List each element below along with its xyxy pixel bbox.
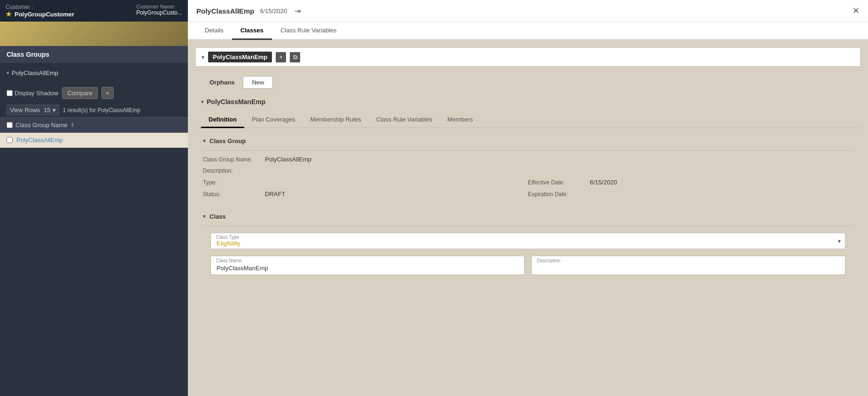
class-description-wrapper: Description	[531, 256, 845, 275]
orphans-label: Orphans	[209, 79, 234, 86]
status-col: Status: DRAFT	[203, 190, 528, 198]
status-value: DRAFT	[265, 190, 285, 198]
class-name-wrapper: Class Name	[210, 256, 525, 275]
class-group-name-value: PolyClassAllEmp	[265, 156, 311, 163]
class-form-area: Class Type Eligibility ▾ Class Name Desc…	[203, 229, 853, 279]
sidebar-table-header: Class Group Name ⇕	[0, 118, 188, 133]
class-type-select[interactable]: Eligibility	[210, 233, 845, 249]
sub-tab-membership-rules[interactable]: Membership Rules	[302, 112, 368, 128]
class-name-description-row: Class Name Description	[210, 256, 845, 275]
panel-tabs: Details Classes Class Rule Variables	[188, 22, 868, 40]
class-name-input[interactable]	[210, 256, 525, 275]
tab-classes[interactable]: Classes	[232, 22, 272, 40]
sidebar-table: Class Group Name ⇕ PolyClassAllEmp	[0, 117, 188, 396]
tree-item-chevron-icon: ▾	[7, 70, 9, 76]
results-text: 1 result(s) for PolyClassAllEmp	[63, 107, 140, 114]
sub-class-row: ▾ PolyClassManEmp	[195, 94, 860, 109]
display-shadow-checkbox[interactable]	[7, 90, 13, 96]
orphans-row: Orphans New	[195, 72, 860, 92]
class-group-name-label: Class Group Name:	[203, 156, 259, 163]
class-group-section: ▾ Class Group Class Group Name: PolyClas…	[195, 134, 860, 206]
sidebar-banner	[0, 22, 188, 46]
description-row: Description:	[203, 165, 853, 176]
navigate-icon[interactable]: ⇥	[294, 7, 301, 15]
sidebar-class-groups-title: Class Groups	[0, 46, 188, 63]
table-row-checkbox[interactable]	[7, 137, 13, 143]
sidebar-customer-info: Customer : ★ PolyGroupCustomer	[6, 4, 74, 18]
add-button[interactable]: +	[101, 87, 114, 99]
table-row: PolyClassAllEmp	[0, 133, 188, 148]
expiration-date-label: Expiration Date:	[528, 191, 584, 198]
sidebar-controls: Display Shadow Compare +	[0, 83, 188, 103]
expiration-date-col: Expiration Date:	[528, 191, 853, 198]
class-group-section-header[interactable]: ▾ Class Group	[203, 134, 853, 147]
sub-class-name: PolyClassManEmp	[207, 98, 265, 106]
view-rows-select[interactable]: View Rows 15 ▾	[7, 105, 59, 115]
effective-date-label: Effective Date:	[528, 179, 584, 186]
table-row-link[interactable]: PolyClassAllEmp	[16, 137, 63, 144]
new-button[interactable]: New	[243, 76, 273, 89]
class-selector-name: PolyClassManEmp	[208, 52, 272, 62]
description-label: Description:	[203, 168, 259, 174]
class-add-button[interactable]: +	[276, 52, 286, 62]
class-section: ▾ Class Class Type Eligibility ▾ Class N…	[195, 209, 860, 284]
class-selector-chevron-icon[interactable]: ▾	[202, 54, 204, 61]
class-description-label: Description	[537, 258, 560, 263]
class-group-name-row: Class Group Name: PolyClassAllEmp	[203, 153, 853, 165]
customer-name-right: Customer Name: PolyGroupCusto...	[136, 4, 182, 16]
panel-title: PolyClassAllEmp	[196, 7, 254, 15]
class-chevron-icon: ▾	[203, 213, 206, 220]
tab-details[interactable]: Details	[196, 22, 232, 40]
sub-tab-plan-coverages[interactable]: Plan Coverages	[244, 112, 303, 128]
type-label: Type:	[203, 179, 259, 186]
sidebar-header: Customer : ★ PolyGroupCustomer Customer …	[0, 0, 188, 22]
compare-button[interactable]: Compare	[62, 87, 97, 99]
sub-tab-members[interactable]: Members	[440, 112, 480, 128]
panel-body: ▾ PolyClassManEmp + ⧉ Orphans New ▾ Poly…	[188, 40, 868, 396]
sidebar: Customer : ★ PolyGroupCustomer Customer …	[0, 0, 188, 396]
status-expiration-row: Status: DRAFT Expiration Date:	[203, 188, 853, 200]
sub-tabs: Definition Plan Coverages Membership Rul…	[195, 112, 860, 128]
star-icon: ★	[6, 10, 12, 18]
type-effective-row: Type: Effective Date: 6/15/2020	[203, 176, 853, 188]
status-label: Status:	[203, 191, 259, 198]
class-group-chevron-icon: ▾	[203, 138, 206, 144]
customer-name: ★ PolyGroupCustomer	[6, 10, 74, 18]
class-name-label: Class Name	[216, 258, 241, 263]
class-selector-row: ▾ PolyClassManEmp + ⧉	[195, 47, 860, 67]
class-description-input[interactable]	[531, 256, 845, 275]
sub-tab-definition[interactable]: Definition	[201, 112, 244, 128]
close-button[interactable]: ✕	[852, 6, 860, 16]
sort-icon[interactable]: ⇕	[70, 122, 74, 128]
customer-label: Customer :	[6, 4, 74, 10]
panel-title-bar: PolyClassAllEmp 6/15/2020 ⇥ ✕	[188, 0, 868, 22]
effective-date-col: Effective Date: 6/15/2020	[528, 179, 853, 186]
sidebar-view-controls: View Rows 15 ▾ 1 result(s) for PolyClass…	[0, 103, 188, 117]
tab-class-rule-variables[interactable]: Class Rule Variables	[272, 22, 345, 40]
class-type-label: Class Type	[216, 235, 239, 240]
sidebar-tree-item-polyclassallemp[interactable]: ▾ PolyClassAllEmp	[0, 67, 188, 79]
type-col: Type:	[203, 179, 528, 186]
sub-tab-class-rule-variables[interactable]: Class Rule Variables	[369, 112, 440, 128]
sub-class-chevron-icon[interactable]: ▾	[201, 99, 204, 105]
view-rows-chevron-icon: ▾	[53, 107, 56, 114]
sidebar-tree: ▾ PolyClassAllEmp	[0, 63, 188, 83]
effective-date-value: 6/15/2020	[590, 179, 617, 186]
panel-date: 6/15/2020	[260, 8, 287, 15]
display-shadow-label[interactable]: Display Shadow	[7, 90, 58, 97]
class-section-header[interactable]: ▾ Class	[203, 209, 853, 223]
class-type-wrapper: Class Type Eligibility ▾	[210, 233, 845, 249]
table-header-checkbox[interactable]	[7, 122, 13, 128]
main-panel: PolyClassAllEmp 6/15/2020 ⇥ ✕ Details Cl…	[188, 0, 868, 396]
class-copy-button[interactable]: ⧉	[290, 52, 300, 62]
